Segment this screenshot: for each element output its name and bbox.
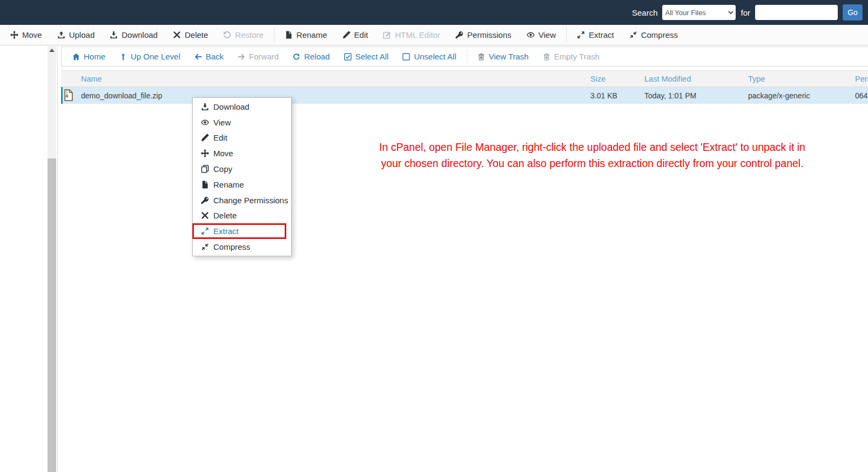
nav-up-one-level-button[interactable]: Up One Level [112, 52, 187, 61]
context-menu-view-label: View [213, 118, 231, 127]
toolbar-download-button[interactable]: Download [102, 30, 165, 39]
search-label: Search [632, 8, 658, 17]
for-label: for [741, 8, 750, 17]
context-menu-extract[interactable]: Extract [192, 223, 286, 239]
key-icon [201, 196, 209, 204]
pencil-icon [201, 134, 209, 142]
context-menu-rename[interactable]: Rename [193, 177, 291, 192]
move-icon [201, 149, 209, 157]
search-input[interactable] [755, 5, 838, 20]
file-permissions: 0644 [855, 91, 868, 100]
context-menu-move[interactable]: Move [193, 145, 291, 161]
scrollbar-thumb[interactable] [48, 158, 56, 472]
delete-icon [201, 211, 209, 220]
toolbar-permissions-button[interactable]: Permissions [448, 30, 519, 39]
vertical-scrollbar[interactable] [48, 46, 56, 472]
up-one-level-icon [119, 53, 127, 61]
context-menu-download-label: Download [213, 102, 250, 111]
toolbar-compress-label: Compress [641, 30, 678, 39]
content-left-border [57, 46, 58, 472]
context-menu-compress-label: Compress [213, 242, 250, 251]
column-header-name[interactable]: Name [81, 75, 102, 83]
toolbar-rename-label: Rename [297, 30, 327, 39]
nav-empty-trash-button: Empty Trash [536, 52, 607, 61]
compress-icon [201, 243, 209, 251]
context-menu: Download View Edit Move Copy Rename Chan… [192, 97, 292, 256]
file-actions-toolbar: Move Upload Download Delete Restore Rena… [0, 25, 868, 45]
toolbar-html-editor-label: HTML Editor [395, 30, 440, 39]
nav-view-trash-button[interactable]: View Trash [470, 52, 536, 61]
context-menu-copy-label: Copy [213, 164, 232, 174]
home-icon [72, 53, 80, 61]
file-icon [285, 31, 293, 39]
toolbar-extract-button[interactable]: Extract [569, 30, 622, 39]
file-row-selected[interactable]: demo_download_file.zip 3.01 KB Today, 1:… [61, 87, 868, 104]
toolbar-move-button[interactable]: Move [3, 30, 50, 39]
toolbar-view-button[interactable]: View [519, 30, 563, 39]
toolbar-compress-button[interactable]: Compress [622, 30, 685, 39]
eye-icon [527, 31, 535, 39]
download-icon [110, 31, 118, 39]
copy-icon [201, 165, 209, 173]
nav-back-button[interactable]: Back [187, 52, 231, 61]
file-type: package/x-generic [748, 91, 810, 100]
column-header-last-modified[interactable]: Last Modified [644, 75, 691, 83]
column-header-permissions[interactable]: Permissions [855, 75, 868, 83]
toolbar-restore-button: Restore [216, 30, 271, 39]
context-menu-view[interactable]: View [193, 115, 291, 130]
context-menu-copy[interactable]: Copy [193, 161, 291, 177]
context-menu-change-permissions[interactable]: Change Permissions [193, 192, 291, 208]
toolbar-upload-label: Upload [69, 30, 95, 39]
column-header-size[interactable]: Size [590, 75, 605, 83]
nav-back-label: Back [206, 52, 224, 61]
scrollbar-up-arrow[interactable] [48, 46, 56, 55]
nav-view-trash-label: View Trash [489, 52, 529, 61]
context-menu-extract-label: Extract [213, 227, 239, 236]
context-menu-download[interactable]: Download [193, 99, 291, 115]
nav-reload-button[interactable]: Reload [286, 52, 337, 61]
file-name[interactable]: demo_download_file.zip [81, 91, 162, 100]
context-menu-change-permissions-label: Change Permissions [213, 196, 288, 205]
toolbar-rename-button[interactable]: Rename [277, 30, 335, 39]
toolbar-edit-button[interactable]: Edit [335, 30, 376, 39]
toolbar-delete-button[interactable]: Delete [165, 30, 216, 39]
file-size: 3.01 KB [590, 91, 617, 100]
nav-up-one-level-label: Up One Level [131, 52, 180, 61]
checkbox-checked-icon [344, 53, 352, 61]
instruction-annotation-line1: In cPanel, open File Manager, right-clic… [351, 139, 833, 156]
toolbar-edit-label: Edit [354, 30, 368, 39]
context-menu-edit[interactable]: Edit [193, 130, 291, 146]
nav-forward-label: Forward [249, 52, 279, 61]
key-icon [455, 31, 463, 39]
context-menu-move-label: Move [213, 149, 233, 158]
context-menu-compress[interactable]: Compress [193, 239, 291, 255]
toolbar-upload-button[interactable]: Upload [50, 30, 103, 39]
back-arrow-icon [194, 53, 202, 61]
trash-icon [477, 53, 485, 61]
forward-arrow-icon [238, 53, 245, 61]
upload-icon [57, 31, 65, 39]
top-search-bar: Search All Your Files for Go [0, 0, 868, 25]
context-menu-delete-label: Delete [213, 211, 237, 220]
toolbar-permissions-label: Permissions [467, 30, 512, 39]
instruction-annotation: In cPanel, open File Manager, right-clic… [351, 139, 833, 171]
nav-home-button[interactable]: Home [65, 52, 112, 61]
toolbar-move-label: Move [22, 30, 42, 39]
trash-icon [543, 53, 550, 61]
toolbar-restore-label: Restore [235, 30, 264, 39]
extract-icon [577, 31, 585, 39]
nav-select-all-button[interactable]: Select All [337, 52, 396, 61]
context-menu-edit-label: Edit [213, 133, 227, 142]
nav-unselect-all-button[interactable]: Unselect All [395, 52, 463, 61]
go-button[interactable]: Go [843, 4, 863, 21]
navigation-toolbar: Home Up One Level Back Forward Reload Se… [61, 46, 868, 67]
eye-icon [201, 118, 209, 127]
file-table-header: Name Size Last Modified Type Permissions [61, 70, 868, 87]
toolbar-html-editor-button: HTML Editor [375, 30, 448, 39]
context-menu-delete[interactable]: Delete [193, 208, 291, 224]
column-header-type[interactable]: Type [748, 75, 765, 83]
toolbar-download-label: Download [122, 30, 158, 39]
search-scope-select[interactable]: All Your Files [662, 5, 736, 20]
file-icon [201, 181, 209, 189]
toolbar-delete-label: Delete [185, 30, 208, 39]
